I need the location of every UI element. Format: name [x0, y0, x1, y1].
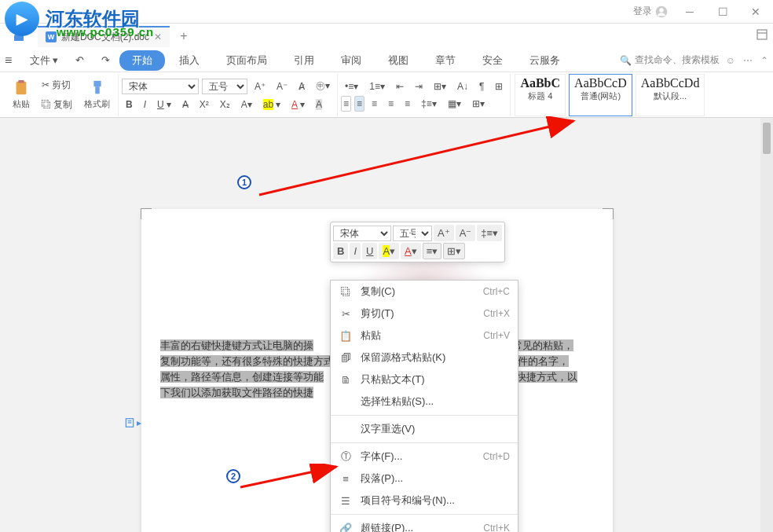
outdent-button[interactable]: ⇤	[392, 79, 408, 94]
mini-linespacing[interactable]: ‡≡▾	[477, 225, 502, 241]
italic-button[interactable]: I	[140, 97, 150, 112]
tab-security[interactable]: 安全	[470, 50, 515, 71]
text-effect-button[interactable]: A▾	[237, 97, 256, 112]
cm-paragraph[interactable]: ≡段落(P)...	[331, 468, 518, 490]
close-button[interactable]: ✕	[745, 4, 767, 20]
login-button[interactable]: 登录	[633, 5, 668, 18]
cm-paste-text[interactable]: 🗎只粘贴文本(T)	[331, 369, 518, 391]
smiley-icon[interactable]: ☺	[726, 55, 735, 66]
cm-reconvert[interactable]: 汉字重选(V)	[331, 418, 518, 440]
cm-paste[interactable]: 📋粘贴Ctrl+V	[331, 325, 518, 347]
format-painter-button[interactable]: 格式刷	[79, 78, 115, 112]
tab-review[interactable]: 审阅	[328, 50, 374, 71]
tab-insert[interactable]: 插入	[167, 50, 212, 71]
cm-hyperlink[interactable]: 🔗超链接(P)...Ctrl+K	[331, 517, 518, 532]
file-menu[interactable]: 文件 ▾	[22, 50, 66, 71]
show-marks-button[interactable]: ¶	[475, 79, 488, 94]
borders-button[interactable]: ⊞▾	[468, 96, 489, 112]
mini-font-name[interactable]: 宋体	[333, 226, 391, 241]
tab-page-layout[interactable]: 页面布局	[214, 50, 280, 71]
mini-align[interactable]: ≡▾	[423, 243, 442, 259]
tab-section[interactable]: 章节	[423, 50, 468, 71]
paste-format-icon: 🗐	[339, 352, 353, 364]
copy-button[interactable]: ⿻复制	[38, 96, 76, 114]
subscript-button[interactable]: X₂	[216, 97, 234, 112]
char-width-button[interactable]: ㊥▾	[312, 77, 334, 95]
bullets-button[interactable]: •≡▾	[341, 79, 362, 94]
align-center-button[interactable]: ≡	[354, 96, 365, 112]
tab-area-icon[interactable]	[756, 28, 768, 44]
tab-stops-button[interactable]: ⊞▾	[430, 79, 450, 94]
superscript-button[interactable]: X²	[196, 97, 213, 112]
maximize-button[interactable]: ☐	[712, 4, 734, 20]
undo-button[interactable]: ↶	[68, 51, 92, 69]
vertical-scrollbar[interactable]	[760, 118, 773, 532]
indent-button[interactable]: ⇥	[411, 79, 427, 94]
copy-icon: ⿻	[42, 99, 51, 110]
sort-button[interactable]: A↓	[453, 79, 472, 94]
strike-button[interactable]: A̶	[178, 97, 192, 112]
bold-button[interactable]: B	[122, 97, 137, 112]
mini-underline[interactable]: U	[362, 243, 377, 259]
cm-paste-special[interactable]: 选择性粘贴(S)...	[331, 391, 518, 413]
document-tab[interactable]: W 新建DOC文档(2).doc ✕	[38, 26, 170, 47]
style-heading4[interactable]: AaBbC 标题 4	[515, 74, 566, 116]
line-spacing-button[interactable]: ‡≡▾	[417, 96, 441, 112]
shrink-font-button[interactable]: A⁻	[273, 79, 291, 94]
outline-toggle[interactable]: ▸	[124, 416, 141, 429]
paragraph-icon: ≡	[339, 473, 353, 485]
search-placeholder: 查找命令、搜索模板	[635, 53, 720, 67]
more-icon[interactable]: ⋯	[743, 55, 753, 66]
align-justify-button[interactable]: ≡	[384, 96, 397, 112]
cm-paste-keep-format[interactable]: 🗐保留源格式粘贴(K)	[331, 347, 518, 369]
numbering-button[interactable]: 1≡▾	[365, 79, 389, 94]
scissors-icon: ✂	[339, 308, 353, 320]
char-shading-button[interactable]: A	[312, 97, 326, 112]
tab-view[interactable]: 视图	[376, 50, 421, 71]
close-icon[interactable]: ✕	[154, 31, 162, 42]
tab-cloud[interactable]: 云服务	[517, 50, 573, 71]
new-tab-button[interactable]: +	[174, 29, 193, 43]
clear-format-button[interactable]: A̷	[295, 79, 309, 94]
mini-borders[interactable]: ⊞▾	[443, 243, 465, 259]
table-borders-button[interactable]: ⊞	[491, 79, 507, 94]
style-normal-web[interactable]: AaBbCcD 普通(网站)	[569, 74, 632, 116]
hamburger-icon[interactable]: ≡	[5, 53, 20, 68]
context-menu: ⿻复制(C)Ctrl+C ✂剪切(T)Ctrl+X 📋粘贴Ctrl+V 🗐保留源…	[330, 280, 518, 532]
redo-button[interactable]: ↷	[93, 51, 118, 69]
align-right-button[interactable]: ≡	[368, 96, 381, 112]
mini-font-size[interactable]: 五号	[393, 226, 432, 241]
highlight-button[interactable]: ab▾	[259, 97, 284, 112]
mini-bold[interactable]: B	[333, 243, 348, 259]
mini-italic[interactable]: I	[350, 243, 361, 259]
mini-shrink-font[interactable]: A⁻	[456, 225, 476, 241]
tab-references[interactable]: 引用	[281, 50, 327, 71]
cm-copy[interactable]: ⿻复制(C)Ctrl+C	[331, 281, 518, 303]
scrollbar-thumb[interactable]	[763, 123, 771, 154]
font-color-button[interactable]: A▾	[288, 97, 309, 112]
font-name-select[interactable]: 宋体	[122, 79, 199, 94]
align-distribute-button[interactable]: ≡	[401, 96, 414, 112]
tab-start[interactable]: 开始	[119, 50, 165, 71]
cm-bullets-numbering[interactable]: ☰项目符号和编号(N)...	[331, 490, 518, 512]
style-default[interactable]: AaBbCcDd 默认段...	[636, 74, 705, 116]
paste-button[interactable]: 粘贴	[8, 78, 35, 112]
cut-button[interactable]: ✂剪切	[38, 76, 76, 94]
cm-font[interactable]: Ⓣ字体(F)...Ctrl+D	[331, 446, 518, 468]
font-size-select[interactable]: 五号	[202, 79, 247, 94]
chevron-down-icon: ▾	[53, 54, 58, 66]
menu-separator	[331, 415, 518, 416]
home-icon	[13, 30, 25, 42]
align-left-button[interactable]: ≡	[341, 96, 351, 112]
mini-font-color[interactable]: A▾	[401, 243, 421, 259]
mini-highlight[interactable]: A▾	[379, 243, 399, 259]
underline-button[interactable]: U▾	[153, 97, 175, 112]
collapse-ribbon-icon[interactable]: ⌃	[760, 55, 768, 66]
grow-font-button[interactable]: A⁺	[251, 79, 269, 94]
shading-button[interactable]: ▦▾	[444, 96, 465, 112]
minimize-button[interactable]: ─	[679, 4, 701, 20]
mini-grow-font[interactable]: A⁺	[434, 225, 454, 241]
command-search[interactable]: 🔍 查找命令、搜索模板	[620, 53, 720, 67]
cm-cut[interactable]: ✂剪切(T)Ctrl+X	[331, 303, 518, 325]
tab-home[interactable]	[5, 27, 33, 46]
